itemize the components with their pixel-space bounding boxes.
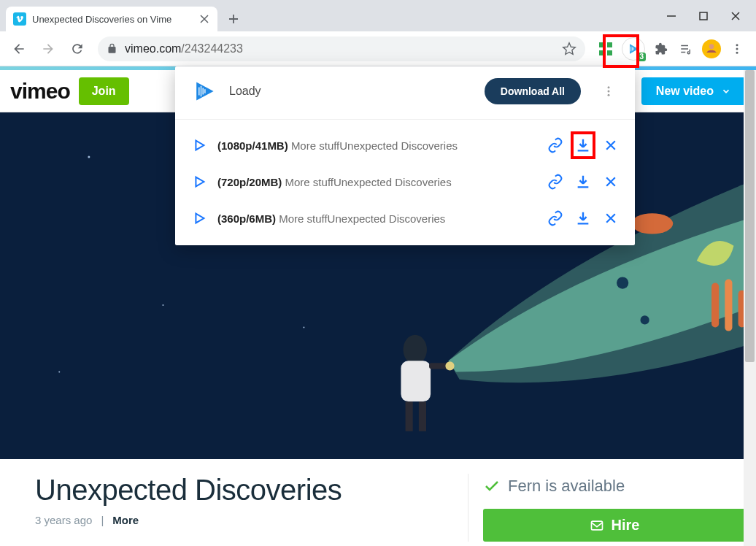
side-panel: Fern is available Hire — [468, 474, 756, 542]
availability-row: Fern is available — [483, 477, 756, 496]
url-text: vimeo.com/243244233 — [125, 42, 243, 55]
row-actions — [547, 174, 619, 190]
loady-extension-button[interactable]: 3 — [622, 37, 645, 61]
svg-point-11 — [88, 155, 90, 158]
row-actions — [547, 210, 619, 226]
download-all-button[interactable]: Download All — [485, 78, 581, 104]
vimeo-logo[interactable]: vimeo — [10, 79, 70, 104]
copy-link-button[interactable] — [547, 137, 563, 153]
copy-link-button[interactable] — [547, 210, 563, 226]
below-video-section: Unexpected Discoveries 3 years ago | Mor… — [0, 459, 756, 542]
svg-rect-3 — [607, 42, 612, 47]
chevron-down-icon — [721, 86, 731, 96]
row-text: (360p/6MB) More stuffUnexpected Discover… — [217, 212, 445, 225]
svg-point-16 — [58, 371, 60, 372]
chrome-menu-button[interactable] — [728, 40, 746, 58]
remove-button[interactable] — [603, 210, 619, 226]
popup-title: Loady — [229, 85, 261, 98]
copy-link-button[interactable] — [547, 174, 563, 190]
vimeo-favicon-icon — [13, 12, 26, 26]
popup-header: Loady Download All — [175, 66, 635, 119]
row-text: (720p/20MB) More stuffUnexpected Discove… — [217, 176, 452, 188]
svg-point-37 — [608, 94, 610, 96]
minimize-button[interactable] — [664, 9, 679, 23]
browser-toolbar: vimeo.com/243244233 3 — [0, 31, 756, 66]
svg-rect-30 — [591, 521, 602, 530]
svg-point-15 — [162, 304, 163, 306]
video-title: Unexpected Discoveries — [35, 474, 342, 507]
play-icon — [191, 137, 207, 153]
svg-rect-27 — [419, 401, 426, 431]
new-tab-button[interactable] — [223, 9, 244, 29]
row-text: (1080p/41MB) More stuffUnexpected Discov… — [217, 139, 458, 152]
video-info: Unexpected Discoveries 3 years ago | Mor… — [35, 474, 342, 542]
download-button[interactable] — [575, 174, 591, 190]
svg-rect-1 — [700, 12, 707, 20]
back-button[interactable] — [6, 36, 32, 62]
close-window-button[interactable] — [728, 9, 743, 23]
bookmark-star-icon[interactable] — [562, 42, 576, 56]
row-actions — [547, 137, 619, 153]
extensions-puzzle-icon[interactable] — [652, 40, 670, 58]
window-controls — [651, 0, 756, 31]
envelope-icon — [590, 518, 604, 533]
svg-rect-4 — [599, 50, 604, 55]
tab-title: Unexpected Discoveries on Vime — [32, 14, 193, 25]
svg-point-8 — [736, 47, 738, 50]
svg-rect-19 — [711, 283, 719, 328]
svg-point-35 — [608, 86, 610, 88]
availability-text: Fern is available — [508, 477, 625, 496]
tab-close-button[interactable] — [198, 13, 210, 25]
forward-button[interactable] — [35, 36, 61, 62]
video-age: 3 years ago — [35, 514, 92, 526]
svg-point-29 — [445, 361, 454, 370]
extension-grid-icon[interactable] — [597, 40, 614, 58]
hire-button[interactable]: Hire — [483, 509, 746, 542]
page-scrollbar[interactable] — [744, 70, 756, 546]
svg-point-7 — [736, 44, 738, 46]
new-video-label: New video — [656, 85, 714, 98]
scroll-thumb[interactable] — [745, 70, 755, 362]
maximize-button[interactable] — [696, 9, 711, 23]
svg-point-36 — [608, 91, 610, 93]
hire-label: Hire — [612, 517, 640, 534]
svg-point-6 — [709, 44, 714, 49]
meta-separator: | — [101, 514, 104, 526]
svg-rect-25 — [401, 361, 431, 401]
svg-point-22 — [617, 277, 628, 288]
loady-badge: 3 — [637, 53, 646, 61]
download-row-1080p: (1080p/41MB) More stuffUnexpected Discov… — [175, 127, 635, 164]
loady-popup: Loady Download All (1080p/41MB) More stu… — [175, 66, 635, 245]
address-bar[interactable]: vimeo.com/243244233 — [98, 36, 585, 61]
check-icon — [483, 477, 501, 495]
lock-icon — [107, 43, 117, 54]
popup-menu-button[interactable] — [598, 81, 619, 101]
remove-button[interactable] — [603, 174, 619, 190]
join-button[interactable]: Join — [79, 77, 129, 105]
loady-logo-icon — [191, 78, 217, 104]
download-row-720p: (720p/20MB) More stuffUnexpected Discove… — [175, 164, 635, 200]
browser-tab[interactable]: Unexpected Discoveries on Vime — [6, 7, 217, 31]
video-meta: 3 years ago | More — [35, 514, 342, 526]
play-icon — [191, 210, 207, 226]
music-note-icon[interactable] — [677, 40, 695, 58]
reload-button[interactable] — [64, 36, 90, 62]
svg-rect-20 — [725, 280, 732, 331]
profile-avatar[interactable] — [702, 39, 721, 58]
download-row-360p: (360p/6MB) More stuffUnexpected Discover… — [175, 200, 635, 237]
window-titlebar: Unexpected Discoveries on Vime — [0, 0, 756, 31]
svg-point-24 — [404, 335, 428, 365]
svg-rect-26 — [406, 401, 413, 431]
popup-divider — [175, 119, 635, 120]
download-button[interactable] — [575, 137, 591, 153]
svg-point-9 — [736, 51, 738, 53]
play-icon — [191, 174, 207, 190]
extensions-area: 3 — [593, 37, 750, 61]
more-link[interactable]: More — [112, 514, 139, 526]
svg-point-18 — [631, 213, 673, 234]
svg-point-23 — [641, 315, 649, 324]
download-button[interactable] — [575, 210, 591, 226]
new-video-button[interactable]: New video — [641, 77, 746, 105]
svg-rect-2 — [599, 42, 604, 47]
remove-button[interactable] — [603, 137, 619, 153]
